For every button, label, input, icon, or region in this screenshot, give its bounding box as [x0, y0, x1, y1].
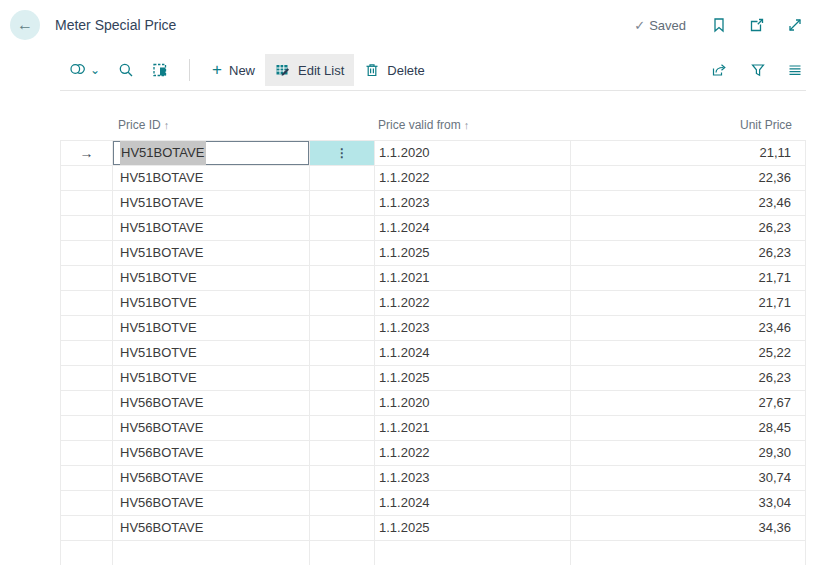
table-row[interactable]: HV56BOTAVE 1.1.2021 28,45 [60, 416, 806, 441]
unit-price-cell[interactable] [571, 541, 806, 565]
new-button[interactable]: + New [202, 55, 265, 86]
table-row[interactable]: HV51BOTAVE 1.1.2023 23,46 [60, 191, 806, 216]
price-id-cell[interactable]: HV51BOTVE [113, 266, 310, 291]
unit-price-cell[interactable]: 34,36 [571, 516, 806, 541]
row-menu-cell[interactable] [310, 516, 375, 541]
price-id-cell[interactable]: HV51BOTAVE [113, 141, 310, 166]
row-menu-cell[interactable] [310, 216, 375, 241]
table-row[interactable]: HV51BOTAVE 1.1.2022 22,36 [60, 166, 806, 191]
table-row[interactable]: HV56BOTAVE 1.1.2025 34,36 [60, 516, 806, 541]
row-menu-cell[interactable] [310, 166, 375, 191]
search-button[interactable] [109, 54, 143, 86]
price-valid-from-cell[interactable]: 1.1.2025 [375, 516, 571, 541]
edit-list-button[interactable]: Edit List [265, 54, 354, 86]
analyze-button[interactable] [143, 54, 177, 86]
row-menu-cell[interactable] [310, 316, 375, 341]
share-icon[interactable] [711, 62, 729, 78]
price-valid-from-cell[interactable]: 1.1.2021 [375, 416, 571, 441]
bookmark-icon[interactable] [711, 17, 727, 33]
table-row-empty[interactable] [60, 541, 806, 565]
expand-icon[interactable] [787, 17, 803, 33]
row-menu-cell[interactable] [310, 466, 375, 491]
unit-price-cell[interactable]: 22,36 [571, 166, 806, 191]
table-row[interactable]: HV56BOTAVE 1.1.2022 29,30 [60, 441, 806, 466]
table-row[interactable]: HV56BOTAVE 1.1.2024 33,04 [60, 491, 806, 516]
price-id-cell[interactable]: HV56BOTAVE [113, 516, 310, 541]
row-menu-cell[interactable] [310, 441, 375, 466]
unit-price-cell[interactable]: 21,71 [571, 266, 806, 291]
unit-price-cell[interactable]: 26,23 [571, 241, 806, 266]
price-valid-from-cell[interactable]: 1.1.2022 [375, 441, 571, 466]
unit-price-cell[interactable]: 25,22 [571, 341, 806, 366]
price-valid-from-cell[interactable]: 1.1.2022 [375, 291, 571, 316]
price-valid-from-cell[interactable]: 1.1.2024 [375, 341, 571, 366]
price-id-cell[interactable]: HV51BOTAVE [113, 191, 310, 216]
unit-price-cell[interactable]: 26,23 [571, 366, 806, 391]
price-id-cell[interactable]: HV51BOTVE [113, 366, 310, 391]
row-menu-cell[interactable] [310, 416, 375, 441]
options-menu-icon[interactable] [787, 62, 803, 78]
table-row[interactable]: HV56BOTAVE 1.1.2023 30,74 [60, 466, 806, 491]
table-row[interactable]: HV51BOTVE 1.1.2021 21,71 [60, 266, 806, 291]
row-menu-cell[interactable] [310, 341, 375, 366]
row-menu-cell[interactable] [310, 541, 375, 565]
table-row[interactable]: HV51BOTAVE 1.1.2025 26,23 [60, 241, 806, 266]
price-id-cell[interactable]: HV56BOTAVE [113, 391, 310, 416]
unit-price-cell[interactable]: 21,11 [571, 141, 806, 166]
table-row[interactable]: HV56BOTAVE 1.1.2020 27,67 [60, 391, 806, 416]
table-row[interactable]: HV51BOTVE 1.1.2023 23,46 [60, 316, 806, 341]
price-valid-from-cell[interactable]: 1.1.2021 [375, 266, 571, 291]
price-valid-from-cell[interactable] [375, 541, 571, 565]
price-id-cell[interactable]: HV51BOTAVE [113, 241, 310, 266]
row-menu-cell[interactable] [310, 366, 375, 391]
table-row[interactable]: HV51BOTVE 1.1.2024 25,22 [60, 341, 806, 366]
column-header-unit-price[interactable]: Unit Price [740, 118, 792, 132]
unit-price-cell[interactable]: 21,71 [571, 291, 806, 316]
price-valid-from-cell[interactable]: 1.1.2025 [375, 366, 571, 391]
price-valid-from-cell[interactable]: 1.1.2024 [375, 491, 571, 516]
row-menu-cell[interactable] [310, 291, 375, 316]
row-menu-cell[interactable]: ⋮ [310, 141, 375, 166]
price-valid-from-cell[interactable]: 1.1.2025 [375, 241, 571, 266]
unit-price-cell[interactable]: 23,46 [571, 191, 806, 216]
price-id-cell[interactable]: HV56BOTAVE [113, 466, 310, 491]
price-valid-from-cell[interactable]: 1.1.2022 [375, 166, 571, 191]
unit-price-cell[interactable]: 29,30 [571, 441, 806, 466]
views-button[interactable]: ⌄ [60, 54, 109, 86]
column-header-price-id[interactable]: Price ID↑ [118, 118, 169, 132]
row-menu-cell[interactable] [310, 491, 375, 516]
unit-price-cell[interactable]: 33,04 [571, 491, 806, 516]
column-header-price-valid-from[interactable]: Price valid from↑ [378, 118, 469, 132]
price-valid-from-cell[interactable]: 1.1.2024 [375, 216, 571, 241]
unit-price-cell[interactable]: 23,46 [571, 316, 806, 341]
price-id-cell[interactable]: HV51BOTAVE [113, 166, 310, 191]
price-id-cell[interactable] [113, 541, 310, 565]
table-row[interactable]: HV51BOTVE 1.1.2022 21,71 [60, 291, 806, 316]
price-valid-from-cell[interactable]: 1.1.2023 [375, 191, 571, 216]
row-menu-cell[interactable] [310, 391, 375, 416]
unit-price-cell[interactable]: 28,45 [571, 416, 806, 441]
delete-button[interactable]: Delete [354, 54, 435, 86]
unit-price-cell[interactable]: 26,23 [571, 216, 806, 241]
price-id-cell[interactable]: HV51BOTVE [113, 316, 310, 341]
row-menu-cell[interactable] [310, 191, 375, 216]
unit-price-cell[interactable]: 27,67 [571, 391, 806, 416]
price-id-cell[interactable]: HV56BOTAVE [113, 416, 310, 441]
open-in-new-window-icon[interactable] [749, 17, 765, 33]
table-row[interactable]: → HV51BOTAVE ⋮ 1.1.2020 21,11 [60, 141, 806, 166]
price-id-cell[interactable]: HV56BOTAVE [113, 441, 310, 466]
row-menu-cell[interactable] [310, 266, 375, 291]
price-valid-from-cell[interactable]: 1.1.2023 [375, 466, 571, 491]
price-id-cell[interactable]: HV56BOTAVE [113, 491, 310, 516]
price-valid-from-cell[interactable]: 1.1.2023 [375, 316, 571, 341]
price-valid-from-cell[interactable]: 1.1.2020 [375, 391, 571, 416]
price-id-edit-input[interactable]: HV51BOTAVE [113, 141, 309, 165]
price-id-cell[interactable]: HV51BOTVE [113, 341, 310, 366]
table-row[interactable]: HV51BOTAVE 1.1.2024 26,23 [60, 216, 806, 241]
price-id-cell[interactable]: HV51BOTVE [113, 291, 310, 316]
filter-icon[interactable] [750, 62, 766, 78]
unit-price-cell[interactable]: 30,74 [571, 466, 806, 491]
row-menu-cell[interactable] [310, 241, 375, 266]
table-row[interactable]: HV51BOTVE 1.1.2025 26,23 [60, 366, 806, 391]
price-id-cell[interactable]: HV51BOTAVE [113, 216, 310, 241]
